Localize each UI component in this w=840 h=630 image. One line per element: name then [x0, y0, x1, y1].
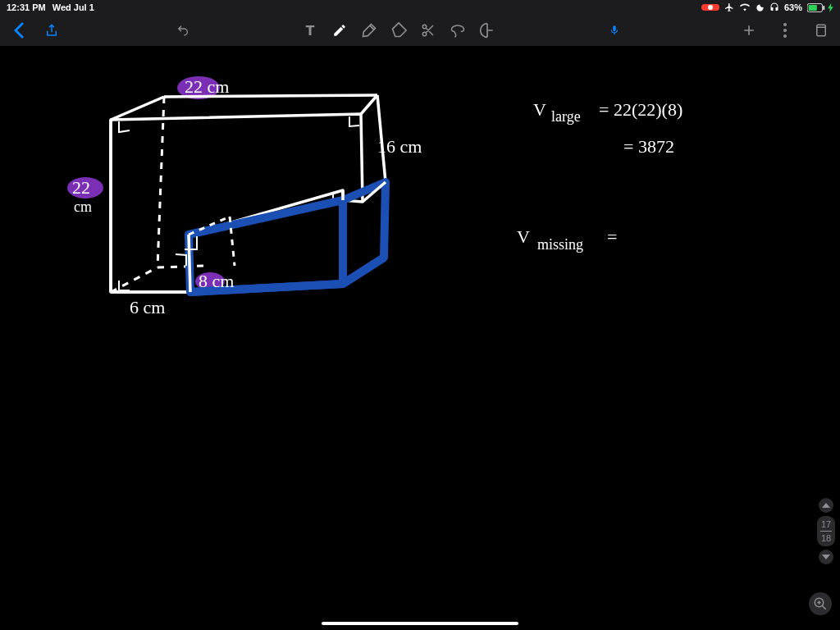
page-up-button[interactable] [819, 498, 833, 513]
status-date: Wed Jul 1 [52, 2, 94, 12]
total-pages: 18 [820, 533, 832, 543]
svg-point-4 [783, 29, 787, 32]
airplane-mode-icon [724, 2, 734, 12]
dnd-moon-icon [756, 3, 765, 12]
headphones-icon [769, 2, 779, 12]
ruler-tool-button[interactable] [478, 21, 496, 39]
pen-tool-button[interactable] [331, 21, 349, 39]
svg-text:= 22(22)(8): = 22(22)(8) [599, 99, 682, 120]
svg-text:V: V [533, 99, 546, 120]
page-indicator[interactable]: 17 18 [817, 516, 835, 546]
dimension-bottom: 6 cm [130, 297, 165, 317]
eraser-tool-button[interactable] [390, 21, 408, 39]
add-button[interactable] [740, 21, 758, 39]
screen-recording-indicator[interactable] [701, 4, 719, 11]
svg-point-5 [783, 34, 787, 38]
equation-vmissing: V missing = [517, 226, 617, 253]
dimension-top: 22 cm [185, 76, 229, 97]
home-indicator[interactable] [322, 622, 518, 625]
svg-rect-1 [809, 5, 817, 11]
current-page: 17 [820, 519, 832, 529]
wifi-icon [739, 2, 751, 12]
handwritten-drawing: 22 cm 16 cm 22 cm 8 cm 6 cm V large = 22… [0, 46, 840, 630]
svg-point-3 [783, 23, 787, 26]
dimension-right: 16 cm [377, 136, 422, 157]
svg-text:= 3872: = 3872 [623, 136, 674, 157]
svg-text:V: V [517, 226, 530, 247]
text-tool-button[interactable] [301, 21, 319, 39]
share-button[interactable] [43, 21, 61, 39]
svg-rect-6 [817, 25, 826, 36]
lasso-tool-button[interactable] [449, 21, 467, 39]
svg-text:large: large [551, 108, 581, 125]
dimension-left: 22 [72, 177, 90, 198]
charging-icon [828, 3, 833, 12]
battery-icon [807, 3, 825, 12]
svg-text:=: = [607, 226, 617, 247]
equation-vlarge: V large = 22(22)(8) = 3872 [533, 99, 682, 157]
svg-text:missing: missing [537, 236, 583, 253]
cut-tool-button[interactable] [419, 21, 437, 39]
status-bar: 12:31 PM Wed Jul 1 63% [0, 0, 840, 15]
dimension-inner: 8 cm [199, 271, 234, 291]
more-button[interactable] [776, 21, 794, 39]
undo-button[interactable] [174, 21, 192, 39]
app-toolbar [0, 15, 840, 46]
pages-button[interactable] [812, 21, 830, 39]
dimension-left-unit: cm [74, 199, 92, 215]
battery-percent: 63% [784, 2, 802, 12]
svg-line-19 [822, 605, 826, 609]
zoom-in-button[interactable] [809, 592, 832, 615]
status-time: 12:31 PM [7, 2, 46, 12]
drawing-canvas[interactable]: 22 cm 16 cm 22 cm 8 cm 6 cm V large = 22… [0, 46, 840, 630]
page-navigator: 17 18 [817, 498, 835, 564]
microphone-button[interactable] [605, 21, 623, 39]
highlighter-tool-button[interactable] [360, 21, 378, 39]
back-button[interactable] [10, 21, 28, 39]
page-down-button[interactable] [819, 550, 833, 564]
svg-rect-2 [823, 5, 824, 9]
